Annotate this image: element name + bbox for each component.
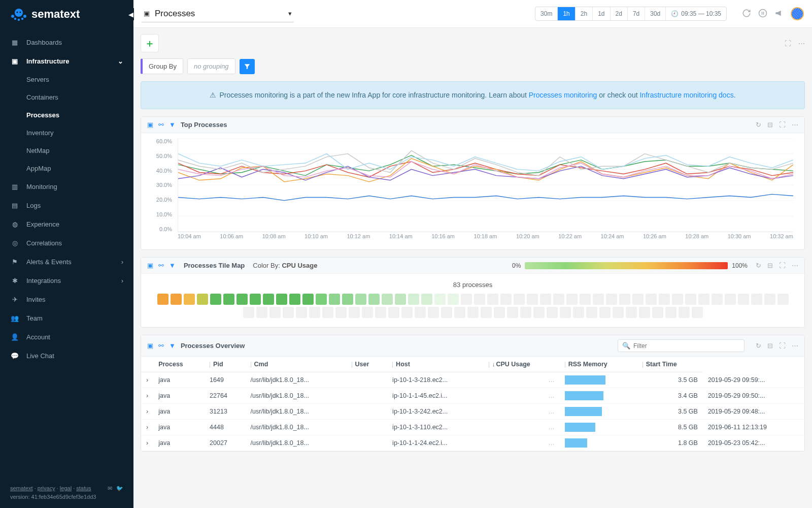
- tile[interactable]: [309, 307, 320, 318]
- tile[interactable]: [289, 294, 300, 305]
- time-range[interactable]: 🕘 09:35 — 10:35: [666, 7, 726, 20]
- sidebar-item-correlations[interactable]: ◎Correlations: [0, 234, 133, 252]
- cell-host-more[interactable]: …: [484, 435, 560, 451]
- tile[interactable]: [685, 294, 696, 305]
- sidebar-item-alerts-events[interactable]: ⚑Alerts & Events›: [0, 252, 133, 271]
- sidebar-item-infrastructure[interactable]: ▣Infrastructure⌄: [0, 52, 133, 71]
- tile[interactable]: [659, 294, 670, 305]
- footer-link-legal[interactable]: legal: [60, 485, 72, 491]
- expand-row-icon[interactable]: ›: [141, 404, 153, 420]
- table-row[interactable]: › java 22764 /usr/lib/jdk1.8.0_18... ip-…: [141, 388, 804, 404]
- filter-input[interactable]: [633, 342, 740, 350]
- tile[interactable]: [157, 294, 168, 305]
- tile[interactable]: [764, 294, 775, 305]
- tile[interactable]: [619, 294, 630, 305]
- tile[interactable]: [362, 307, 373, 318]
- tile[interactable]: [751, 294, 762, 305]
- tile[interactable]: [679, 307, 690, 318]
- tile[interactable]: [599, 307, 611, 318]
- sidebar-item-experience[interactable]: ◍Experience: [0, 215, 133, 234]
- tile[interactable]: [368, 294, 380, 305]
- link-icon[interactable]: ⚯: [158, 121, 164, 129]
- time-option-2h[interactable]: 2h: [576, 7, 593, 20]
- cell-host-more[interactable]: …: [484, 372, 560, 388]
- add-filter-button[interactable]: [240, 59, 255, 74]
- sidebar-item-servers[interactable]: Servers: [13, 71, 133, 88]
- tile[interactable]: [296, 307, 307, 318]
- mail-icon[interactable]: ✉: [108, 484, 112, 493]
- sidebar-item-monitoring[interactable]: ▥Monitoring: [0, 177, 133, 196]
- context-selector[interactable]: ▣ Processes ▾: [142, 6, 294, 22]
- more-icon[interactable]: ⋯: [792, 342, 798, 350]
- tile[interactable]: [349, 307, 360, 318]
- sidebar-item-dashboards[interactable]: ▦Dashboards: [0, 33, 133, 52]
- tile[interactable]: [527, 294, 538, 305]
- col-start-time[interactable]: Start Time: [637, 357, 703, 372]
- table-row[interactable]: › java 31213 /usr/lib/jdk1.8.0_18... ip-…: [141, 404, 804, 420]
- filter-icon[interactable]: ▼: [169, 342, 176, 350]
- tile[interactable]: [329, 294, 340, 305]
- tile[interactable]: [467, 307, 479, 318]
- sidebar-item-inventory[interactable]: Inventory: [13, 124, 133, 142]
- tile[interactable]: [500, 294, 512, 305]
- cell-host-more[interactable]: …: [484, 420, 560, 435]
- tile[interactable]: [283, 307, 294, 318]
- col-pid[interactable]: Pid: [205, 357, 246, 372]
- tile[interactable]: [269, 307, 281, 318]
- col-process[interactable]: Process: [153, 357, 205, 372]
- tile[interactable]: [593, 294, 604, 305]
- col-cmd[interactable]: Cmd: [246, 357, 347, 372]
- tile[interactable]: [712, 294, 723, 305]
- col-cpu-usage[interactable]: ↓CPU Usage: [484, 357, 560, 372]
- time-option-2d[interactable]: 2d: [611, 7, 628, 20]
- tile[interactable]: [256, 307, 267, 318]
- tile[interactable]: [606, 294, 617, 305]
- table-row[interactable]: › java 1649 /usr/lib/jdk1.8.0_18... ip-1…: [141, 372, 804, 388]
- tile[interactable]: [586, 307, 597, 318]
- sidebar-item-logs[interactable]: ▤Logs: [0, 196, 133, 215]
- tile[interactable]: [520, 307, 531, 318]
- sidebar-item-integrations[interactable]: ✱Integrations›: [0, 271, 133, 290]
- sidebar-item-invites[interactable]: ✈Invites: [0, 290, 133, 309]
- tile[interactable]: [434, 294, 446, 305]
- twitter-icon[interactable]: 🐦: [116, 484, 123, 493]
- tile[interactable]: [507, 307, 518, 318]
- cell-host-more[interactable]: …: [484, 388, 560, 404]
- tile[interactable]: [547, 307, 558, 318]
- tile[interactable]: [441, 307, 452, 318]
- tile[interactable]: [223, 294, 234, 305]
- more-icon[interactable]: ⋯: [798, 40, 805, 47]
- tile[interactable]: [698, 294, 709, 305]
- tile[interactable]: [263, 294, 274, 305]
- col-host[interactable]: Host: [387, 357, 484, 372]
- tile[interactable]: [692, 307, 703, 318]
- tile[interactable]: [481, 307, 492, 318]
- tile[interactable]: [474, 294, 485, 305]
- archive-icon[interactable]: ▣: [147, 342, 153, 350]
- tile[interactable]: [777, 294, 789, 305]
- time-option-30m[interactable]: 30m: [535, 7, 558, 20]
- time-option-1h[interactable]: 1h: [558, 7, 575, 20]
- sidebar-item-containers[interactable]: Containers: [13, 88, 133, 106]
- tile[interactable]: [639, 307, 650, 318]
- tile[interactable]: [250, 294, 261, 305]
- tile[interactable]: [355, 294, 366, 305]
- cell-host-more[interactable]: …: [484, 404, 560, 420]
- pause-icon[interactable]: [758, 9, 767, 19]
- tile[interactable]: [316, 294, 327, 305]
- tile[interactable]: [243, 307, 254, 318]
- expand-row-icon[interactable]: ›: [141, 420, 153, 435]
- tile[interactable]: [672, 294, 683, 305]
- minimize-icon[interactable]: ⊟: [767, 121, 773, 129]
- tile[interactable]: [375, 307, 386, 318]
- tile[interactable]: [276, 294, 287, 305]
- table-row[interactable]: › java 20027 /usr/lib/jdk1.8.0_18... ip-…: [141, 435, 804, 451]
- brand-logo[interactable]: sematext ◀: [0, 0, 133, 28]
- minimize-icon[interactable]: ⊟: [767, 262, 773, 269]
- tile[interactable]: [580, 294, 591, 305]
- tile[interactable]: [533, 307, 545, 318]
- tile[interactable]: [421, 294, 432, 305]
- tile[interactable]: [197, 294, 208, 305]
- tile[interactable]: [388, 307, 399, 318]
- announcements-icon[interactable]: [774, 9, 784, 19]
